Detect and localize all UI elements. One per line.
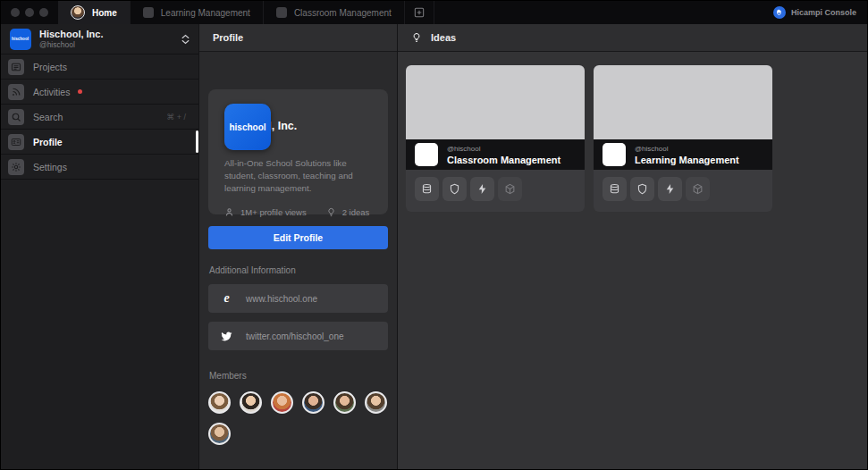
app-window: Home Learning Management Classroom Manag… xyxy=(0,0,868,470)
panel-title: Profile xyxy=(213,32,243,43)
ideas-stat: 2 ideas xyxy=(326,207,370,217)
edit-profile-button[interactable]: Edit Profile xyxy=(208,226,388,249)
person-icon xyxy=(224,207,234,217)
bulb-icon xyxy=(326,207,336,217)
projects-icon xyxy=(8,59,24,75)
panel-title: Ideas xyxy=(431,32,456,43)
close-window-button[interactable] xyxy=(11,8,20,17)
company-description: All-in-One School Solutions like student… xyxy=(224,157,374,196)
twitter-icon xyxy=(220,331,233,342)
idea-thumbnail xyxy=(415,143,438,166)
search-shortcut: ⌘ + / xyxy=(166,113,186,122)
members-row xyxy=(208,391,388,414)
link-label: www.hischool.one xyxy=(246,294,317,304)
console-label: Hicampi Console xyxy=(791,8,856,17)
member-avatar[interactable] xyxy=(208,423,231,445)
console-brand: Hicampi Console xyxy=(773,1,867,24)
tab-placeholder-icon xyxy=(143,7,154,18)
additional-info-title: Additional Information xyxy=(208,265,388,275)
tab-label: Classroom Management xyxy=(294,8,392,18)
new-tab-button[interactable] xyxy=(405,1,434,24)
user-avatar-icon xyxy=(71,5,85,20)
member-avatar[interactable] xyxy=(365,391,387,414)
workspace-name: Hischool, Inc. xyxy=(39,29,104,40)
tab-placeholder-icon xyxy=(276,7,287,18)
plus-square-icon xyxy=(413,6,426,19)
idea-handle: @hischool xyxy=(447,145,560,153)
website-link[interactable]: e www.hischool.one xyxy=(208,284,388,313)
idea-actions xyxy=(406,170,585,212)
bolt-icon[interactable] xyxy=(470,177,494,201)
idea-handle: @hischool xyxy=(635,145,739,153)
member-avatar[interactable] xyxy=(271,391,293,414)
workspace-switcher-chevrons[interactable] xyxy=(181,34,190,45)
idea-title: Learning Management xyxy=(635,155,739,165)
shield-icon[interactable] xyxy=(630,177,654,201)
member-avatar[interactable] xyxy=(208,391,231,414)
sidebar-item-activities[interactable]: Activities xyxy=(1,80,198,105)
twitter-link[interactable]: twitter.com/hischool_one xyxy=(208,322,388,350)
tab-learning-management[interactable]: Learning Management xyxy=(131,1,264,24)
cube-icon[interactable] xyxy=(686,177,710,201)
idea-cover-image xyxy=(594,65,772,139)
idea-card-learning-management[interactable]: @hischool Learning Management xyxy=(594,65,772,212)
sidebar-item-label: Settings xyxy=(33,162,67,172)
idea-cover-image xyxy=(406,65,585,139)
sidebar-item-settings[interactable]: Settings xyxy=(1,155,198,180)
idea-actions xyxy=(594,170,772,212)
shield-icon[interactable] xyxy=(442,177,467,201)
member-avatar[interactable] xyxy=(240,391,262,414)
chevron-down-icon xyxy=(181,39,190,45)
database-icon[interactable] xyxy=(603,177,627,201)
id-card-icon xyxy=(8,134,24,150)
idea-title: Classroom Management xyxy=(447,155,560,165)
member-avatar[interactable] xyxy=(302,391,324,414)
sidebar-item-search[interactable]: Search ⌘ + / xyxy=(1,105,198,130)
profile-stats: 1M+ profile views 2 ideas xyxy=(224,207,374,217)
idea-thumbnail xyxy=(603,143,626,166)
profile-panel: Profile hischool Hischool, Inc. @hischoo… xyxy=(198,24,397,469)
maximize-window-button[interactable] xyxy=(39,8,48,17)
members-title: Members xyxy=(208,371,388,381)
tab-label: Learning Management xyxy=(161,8,250,18)
lightbulb-icon xyxy=(411,32,422,43)
window-controls xyxy=(1,1,58,24)
sidebar: hischool Hischool, Inc. @hischool Projec… xyxy=(1,24,198,469)
cube-icon[interactable] xyxy=(498,177,522,201)
activities-icon xyxy=(8,84,24,100)
bolt-icon[interactable] xyxy=(658,177,682,201)
sidebar-item-label: Projects xyxy=(33,62,67,72)
minimize-window-button[interactable] xyxy=(25,8,34,17)
sidebar-item-label: Search xyxy=(33,112,63,122)
title-bar: Home Learning Management Classroom Manag… xyxy=(1,1,867,24)
profile-views-stat: 1M+ profile views xyxy=(224,207,307,217)
sidebar-item-label: Activities xyxy=(33,87,70,97)
search-icon xyxy=(8,109,24,125)
sidebar-item-profile[interactable]: Profile xyxy=(1,130,198,155)
workspace-handle: @hischool xyxy=(39,40,104,49)
notification-dot xyxy=(78,89,82,94)
gear-icon xyxy=(8,159,24,175)
workspace-selector[interactable]: hischool Hischool, Inc. @hischool xyxy=(1,24,198,55)
workspace-logo: hischool xyxy=(10,29,31,50)
members-row xyxy=(208,423,388,445)
ideas-panel-header: Ideas xyxy=(398,24,867,52)
company-logo: hischool xyxy=(224,104,271,150)
ideas-panel: Ideas @hischool Classroom Management xyxy=(397,24,867,469)
member-avatar[interactable] xyxy=(333,391,356,414)
link-label: twitter.com/hischool_one xyxy=(246,332,344,341)
database-icon[interactable] xyxy=(415,177,439,201)
tab-classroom-management[interactable]: Classroom Management xyxy=(264,1,405,24)
profile-panel-header: Profile xyxy=(199,24,397,52)
sidebar-item-label: Profile xyxy=(33,137,63,147)
hand-icon xyxy=(773,6,786,19)
idea-card-classroom-management[interactable]: @hischool Classroom Management xyxy=(406,65,585,212)
tab-home[interactable]: Home xyxy=(58,1,131,24)
sidebar-item-projects[interactable]: Projects xyxy=(1,55,198,80)
browser-icon: e xyxy=(220,292,233,305)
tab-label: Home xyxy=(92,8,117,18)
